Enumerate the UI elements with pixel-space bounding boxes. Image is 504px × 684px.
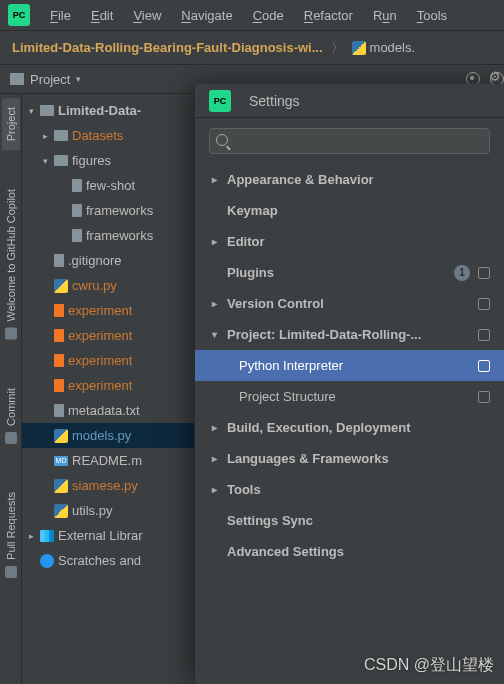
settings-search <box>209 128 490 154</box>
python-file-icon <box>54 279 68 293</box>
left-gutter: Project Welcome to GitHub Copilot Commit… <box>0 94 22 684</box>
menu-view[interactable]: View <box>125 4 169 27</box>
settings-item-python-interpreter[interactable]: Python Interpreter <box>195 350 504 381</box>
jupyter-icon <box>54 329 64 342</box>
settings-item-tools[interactable]: Tools <box>195 474 504 505</box>
gutter-tab-copilot[interactable]: Welcome to GitHub Copilot <box>2 180 20 348</box>
menu-run[interactable]: Run <box>365 4 405 27</box>
menu-code[interactable]: Code <box>245 4 292 27</box>
gutter-tab-project[interactable]: Project <box>2 98 20 150</box>
menu-file[interactable]: File <box>42 4 79 27</box>
python-file-icon <box>54 479 68 493</box>
settings-item-vcs[interactable]: Version Control <box>195 288 504 319</box>
menu-refactor[interactable]: Refactor <box>296 4 361 27</box>
folder-icon <box>40 105 54 116</box>
python-file-icon <box>352 41 366 55</box>
file-icon <box>72 229 82 242</box>
library-icon <box>40 530 54 542</box>
settings-header: Settings <box>195 84 504 118</box>
python-file-icon <box>54 504 68 518</box>
folder-icon <box>54 130 68 141</box>
file-icon <box>72 179 82 192</box>
settings-tree: Appearance & Behavior Keymap Editor Plug… <box>195 160 504 571</box>
settings-item-languages[interactable]: Languages & Frameworks <box>195 443 504 474</box>
dropdown-chevron-icon[interactable]: ▾ <box>76 74 81 84</box>
settings-item-editor[interactable]: Editor <box>195 226 504 257</box>
file-icon <box>54 254 64 267</box>
commit-icon <box>5 432 17 444</box>
settings-item-plugins[interactable]: Plugins1 <box>195 257 504 288</box>
menu-edit[interactable]: Edit <box>83 4 121 27</box>
breadcrumb-file[interactable]: models. <box>352 40 416 55</box>
folder-icon <box>54 155 68 166</box>
project-scope-icon <box>478 298 490 310</box>
file-icon <box>54 404 64 417</box>
main-menu-bar: File Edit View Navigate Code Refactor Ru… <box>0 0 504 30</box>
project-scope-icon <box>478 391 490 403</box>
settings-title: Settings <box>249 93 300 109</box>
menu-navigate[interactable]: Navigate <box>173 4 240 27</box>
folder-icon <box>10 73 24 85</box>
scratches-icon <box>40 554 54 568</box>
settings-item-build[interactable]: Build, Execution, Deployment <box>195 412 504 443</box>
markdown-icon: MD <box>54 456 68 466</box>
project-scope-icon <box>478 360 490 372</box>
breadcrumb-separator: 〉 <box>331 39 344 57</box>
file-icon <box>72 204 82 217</box>
pycharm-logo-icon <box>8 4 30 26</box>
jupyter-icon <box>54 304 64 317</box>
pycharm-logo-icon <box>209 90 231 112</box>
project-label-text: Project <box>30 72 70 87</box>
plugins-update-badge: 1 <box>454 265 470 281</box>
python-file-icon <box>54 429 68 443</box>
gutter-tab-commit[interactable]: Commit <box>2 379 20 453</box>
copilot-icon <box>5 328 17 340</box>
settings-item-project-structure[interactable]: Project Structure <box>195 381 504 412</box>
menu-tools[interactable]: Tools <box>409 4 455 27</box>
search-icon <box>216 134 228 146</box>
project-scope-icon <box>478 329 490 341</box>
settings-item-sync[interactable]: Settings Sync <box>195 505 504 536</box>
breadcrumb-project[interactable]: Limited-Data-Rolling-Bearing-Fault-Diagn… <box>12 40 323 55</box>
settings-search-input[interactable] <box>209 128 490 154</box>
settings-item-keymap[interactable]: Keymap <box>195 195 504 226</box>
settings-item-project[interactable]: Project: Limited-Data-Rolling-... <box>195 319 504 350</box>
project-tool-label[interactable]: Project ▾ <box>0 65 91 93</box>
watermark-text: CSDN @登山望楼 <box>364 655 494 676</box>
settings-dialog: Settings Appearance & Behavior Keymap Ed… <box>194 84 504 684</box>
project-scope-icon <box>478 267 490 279</box>
jupyter-icon <box>54 379 64 392</box>
settings-item-advanced[interactable]: Advanced Settings <box>195 536 504 567</box>
gutter-tab-pull-requests[interactable]: Pull Requests <box>2 483 20 587</box>
settings-item-appearance[interactable]: Appearance & Behavior <box>195 164 504 195</box>
navigation-bar: Limited-Data-Rolling-Bearing-Fault-Diagn… <box>0 30 504 64</box>
pull-request-icon <box>5 565 17 577</box>
jupyter-icon <box>54 354 64 367</box>
